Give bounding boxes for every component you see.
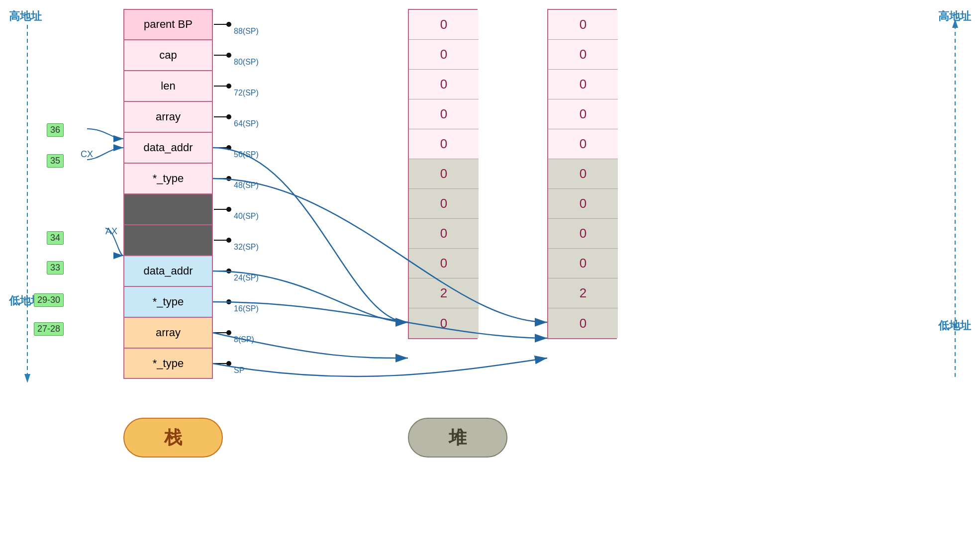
- stack-cell-parent-bp: parent BP: [123, 9, 213, 40]
- offset-40sp: 40(SP): [234, 212, 259, 221]
- stack-cell-type-top: *_type: [123, 163, 213, 194]
- heap-label: 堆: [449, 426, 467, 450]
- offset-80sp: 80(SP): [234, 58, 259, 67]
- offset-64sp: 64(SP): [234, 119, 259, 128]
- addr-box-35: 35: [47, 154, 64, 168]
- stack-cell-type-bottom-blue: *_type: [123, 286, 213, 317]
- ax-label: AX: [105, 226, 117, 237]
- svg-point-17: [226, 207, 231, 212]
- heap-pill: 堆: [408, 418, 507, 458]
- heap-left-cell-10: 0: [409, 308, 479, 338]
- offset-16sp: 16(SP): [234, 304, 259, 313]
- offset-72sp: 72(SP): [234, 89, 259, 97]
- heap-right-cell-3: 0: [548, 99, 618, 129]
- high-addr-left: 高地址: [9, 9, 42, 24]
- offset-8sp: 8(SP): [234, 335, 254, 344]
- offset-56sp: 56(SP): [234, 150, 259, 159]
- heap-right-cell-10: 0: [548, 308, 618, 338]
- stack-cell-type-bottom-orange: *_type: [123, 348, 213, 379]
- heap-left-cell-3: 0: [409, 99, 479, 129]
- stack-cell-array-top: array: [123, 101, 213, 132]
- addr-box-34: 34: [47, 231, 64, 245]
- svg-point-23: [226, 299, 231, 304]
- heap-right-cell-5: 0: [548, 159, 618, 189]
- low-addr-right: 低地址: [938, 318, 971, 333]
- svg-marker-1: [24, 374, 30, 383]
- svg-point-15: [226, 176, 231, 181]
- heap-left-cell-7: 0: [409, 219, 479, 249]
- heap-left-cell-2: 0: [409, 70, 479, 99]
- svg-point-27: [226, 361, 231, 366]
- heap-right-cell-7: 0: [548, 219, 618, 249]
- svg-point-11: [226, 114, 231, 119]
- heap-table-right: 0 0 0 0 0 0 0 0 0 2 0: [547, 9, 617, 339]
- offset-88sp: 88(SP): [234, 27, 259, 36]
- addr-box-33: 33: [47, 261, 64, 275]
- offset-sp: SP: [234, 366, 244, 375]
- offset-32sp: 32(SP): [234, 243, 259, 252]
- heap-right-cell-4: 0: [548, 129, 618, 159]
- stack-cell-gray-2: [123, 225, 213, 256]
- stack-cell-cap: cap: [123, 40, 213, 71]
- cx-label: CX: [81, 149, 93, 160]
- addr-box-2728: 27-28: [34, 322, 64, 336]
- heap-right-cell-0: 0: [548, 10, 618, 40]
- offset-48sp: 48(SP): [234, 181, 259, 190]
- stack-pill: 栈: [123, 418, 223, 458]
- heap-left-cell-0: 0: [409, 10, 479, 40]
- heap-right-cell-8: 0: [548, 249, 618, 278]
- stack-label: 栈: [164, 426, 182, 450]
- offset-24sp: 24(SP): [234, 274, 259, 282]
- main-container: 高地址 低地址 高地址 低地址 36 35 34 33 29-30 27-28 …: [0, 0, 980, 552]
- svg-point-19: [226, 238, 231, 243]
- heap-left-cell-4: 0: [409, 129, 479, 159]
- addr-box-2930: 29-30: [34, 293, 64, 307]
- heap-right-cell-9: 2: [548, 278, 618, 308]
- heap-table-left: 0 0 0 0 0 0 0 0 0 2 0: [408, 9, 478, 339]
- heap-left-cell-6: 0: [409, 189, 479, 219]
- heap-right-cell-1: 0: [548, 40, 618, 70]
- heap-right-cell-2: 0: [548, 70, 618, 99]
- addr-box-36: 36: [47, 123, 64, 137]
- svg-point-21: [226, 269, 231, 274]
- svg-point-7: [226, 53, 231, 58]
- stack-cell-len: len: [123, 71, 213, 101]
- heap-left-cell-8: 0: [409, 249, 479, 278]
- stack-cell-array-bottom: array: [123, 317, 213, 348]
- high-addr-right: 高地址: [938, 9, 971, 24]
- stack-cell-data-addr-top: data_addr: [123, 132, 213, 163]
- svg-point-9: [226, 84, 231, 89]
- svg-point-13: [226, 145, 231, 150]
- svg-point-5: [226, 22, 231, 27]
- heap-left-cell-9: 2: [409, 278, 479, 308]
- stack-cell-data-addr-bottom: data_addr: [123, 256, 213, 286]
- svg-point-25: [226, 330, 231, 335]
- heap-right-cell-6: 0: [548, 189, 618, 219]
- heap-left-cell-5: 0: [409, 159, 479, 189]
- heap-left-cell-1: 0: [409, 40, 479, 70]
- stack-cell-gray-1: [123, 194, 213, 225]
